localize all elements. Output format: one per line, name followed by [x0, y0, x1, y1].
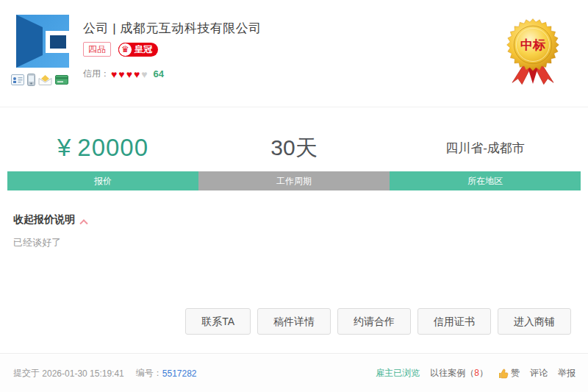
- credit-score: 64: [154, 68, 164, 79]
- seller-header: 公司 | 成都元互动科技有限公司 四品 ♛ 皇冠 信用： ♥♥♥♥♥ 64: [0, 0, 588, 107]
- bar-label-price: 报价: [7, 171, 198, 190]
- medal-image: 中标: [504, 16, 562, 91]
- medal-text: 中标: [520, 38, 546, 52]
- quote-description-toggle-label: 收起报价说明: [13, 213, 75, 227]
- company-logo-image: [16, 15, 69, 68]
- action-buttons: 联系TA 稿件详情 约请合作 信用证书 进入商铺: [185, 308, 571, 335]
- bank-card-icon: [55, 75, 68, 85]
- submitted-time: 2026-01-30 15:19:41: [42, 368, 123, 379]
- credit-hearts: ♥♥♥♥♥: [111, 69, 149, 79]
- bar-label-region: 所在地区: [390, 171, 581, 190]
- past-cases-prefix: 以往案例（: [430, 368, 474, 378]
- bid-card: 公司 | 成都元互动科技有限公司 四品 ♛ 皇冠 信用： ♥♥♥♥♥ 64: [0, 0, 588, 392]
- credit-row: 信用： ♥♥♥♥♥ 64: [83, 68, 164, 80]
- footer-actions: 雇主已浏览 以往案例（8） 赞 评论 举报: [376, 367, 576, 379]
- company-name[interactable]: 公司 | 成都元互动科技有限公司: [83, 20, 262, 37]
- report-button[interactable]: 举报: [558, 367, 576, 379]
- price-amount: 20000: [77, 134, 148, 161]
- crown-icon: ♛: [118, 43, 132, 57]
- past-cases-link[interactable]: 以往案例（8）: [430, 367, 488, 379]
- email-icon: [38, 74, 52, 85]
- crown-badge: ♛ 皇冠: [118, 43, 158, 57]
- credit-label: 信用：: [83, 68, 110, 80]
- verification-icons: [11, 74, 68, 86]
- hearts-filled: ♥♥♥♥: [111, 68, 141, 80]
- bar-label-duration: 工作周期: [198, 171, 390, 190]
- like-button[interactable]: 赞: [498, 367, 520, 379]
- submission-detail-button[interactable]: 稿件详情: [257, 308, 331, 335]
- enter-shop-button[interactable]: 进入商铺: [498, 308, 571, 335]
- employer-viewed-status: 雇主已浏览: [376, 367, 420, 379]
- bar-label-region-text: 所在地区: [467, 175, 503, 188]
- hearts-empty: ♥: [141, 68, 148, 80]
- card-footer: 提交于 2026-01-30 15:19:41 编号： 5517282 雇主已浏…: [0, 353, 588, 392]
- chevron-up-icon: [79, 219, 87, 227]
- comment-button[interactable]: 评论: [530, 367, 548, 379]
- region-value: 四川省-成都市: [445, 140, 525, 157]
- summary-values: ¥20000 30天 四川省-成都市: [7, 126, 581, 169]
- submitted-label: 提交于: [13, 367, 40, 379]
- badge-row: 四品 ♛ 皇冠: [83, 42, 158, 57]
- past-cases-suffix: ）: [479, 368, 488, 378]
- thumbs-up-icon: [498, 368, 509, 379]
- company-logo[interactable]: [16, 15, 69, 68]
- id-card-icon: [11, 74, 24, 85]
- region-column: 四川省-成都市: [390, 126, 581, 169]
- duration-value: 30天: [270, 133, 317, 163]
- number-label: 编号：: [136, 367, 162, 379]
- crown-badge-label: 皇冠: [135, 43, 152, 56]
- credit-certificate-button[interactable]: 信用证书: [417, 308, 491, 335]
- winning-bid-medal: 中标: [504, 16, 562, 91]
- bar-label-duration-text: 工作周期: [276, 175, 312, 188]
- rank-badge: 四品: [83, 42, 111, 57]
- footer-meta: 提交于 2026-01-30 15:19:41 编号： 5517282: [13, 367, 197, 379]
- price-column: ¥20000: [7, 126, 198, 169]
- bar-label-price-text: 报价: [94, 175, 112, 188]
- invite-cooperation-button[interactable]: 约请合作: [337, 308, 411, 335]
- quote-description-text: 已经谈好了: [13, 236, 61, 249]
- past-cases-count: 8: [474, 368, 479, 378]
- summary-bar: 报价 工作周期 所在地区: [7, 171, 581, 190]
- phone-icon: [27, 74, 35, 86]
- like-label: 赞: [511, 367, 520, 379]
- currency-symbol: ¥: [57, 134, 71, 161]
- price-value: ¥20000: [57, 134, 148, 162]
- bid-number-link[interactable]: 5517282: [162, 368, 197, 379]
- contact-button[interactable]: 联系TA: [185, 308, 251, 335]
- quote-description-toggle[interactable]: 收起报价说明: [13, 213, 87, 227]
- duration-column: 30天: [198, 126, 390, 169]
